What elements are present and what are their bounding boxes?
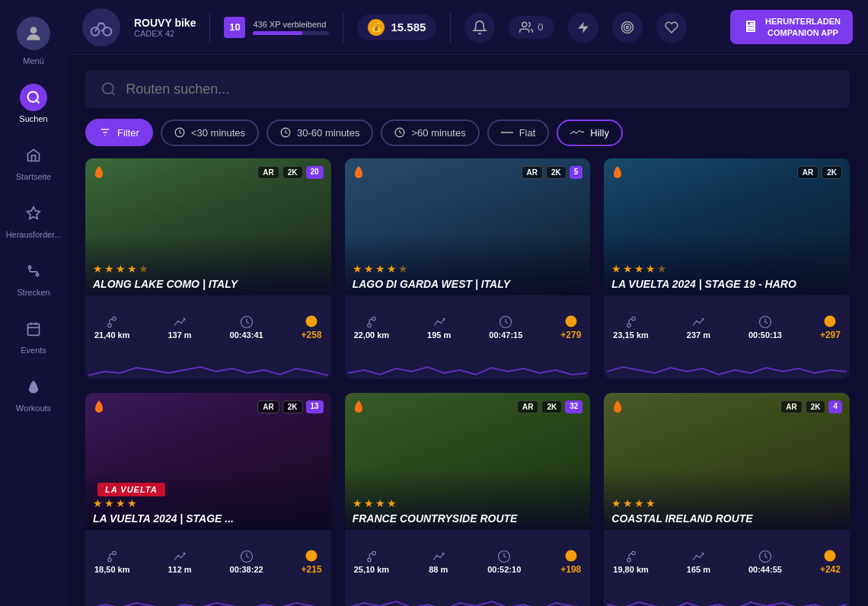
sidebar-item-herausforder[interactable]: Herausforder... xyxy=(0,190,67,248)
star: ★ xyxy=(646,497,656,509)
fire-badge xyxy=(93,166,105,181)
svg-point-15 xyxy=(624,24,630,30)
stat-distance-value: 25,10 km xyxy=(354,565,389,574)
card-wave xyxy=(345,591,591,606)
card-title-area: ★★★★ LA VUELTA 2024 | STAGE ... xyxy=(85,491,331,530)
svg-marker-13 xyxy=(578,21,589,33)
stat-xp: +279 xyxy=(560,314,581,340)
sidebar-item-suchen[interactable]: Suchen xyxy=(0,75,67,132)
card-badge: 20 xyxy=(306,166,324,179)
route-card[interactable]: AR2K13 LA VUELTA ★★★★ LA VUELTA 2024 | S… xyxy=(85,393,331,606)
sidebar-suchen-label: Suchen xyxy=(19,114,47,123)
stat-eta-value: 00:38:22 xyxy=(230,565,263,574)
star: ★ xyxy=(93,263,103,275)
sidebar-item-startseite[interactable]: Startseite xyxy=(0,132,67,190)
coins-section: 💰 15.585 xyxy=(357,14,436,40)
xp-text: 436 XP verbleibend xyxy=(253,20,329,29)
stat-elevation-value: 165 m xyxy=(687,565,710,574)
svg-point-41 xyxy=(306,550,318,562)
clock-icon-1 xyxy=(174,127,185,138)
star: ★ xyxy=(623,263,633,275)
sidebar-startseite-label: Startseite xyxy=(16,172,51,181)
filter-hilly-button[interactable]: Hilly xyxy=(557,120,623,146)
level-badge: 10 xyxy=(224,17,245,38)
stat-distance: 19,80 km xyxy=(613,550,648,574)
filter-lt30-label: <30 minutes xyxy=(191,127,245,139)
filter-lt30-button[interactable]: <30 minutes xyxy=(161,120,259,146)
sidebar-item-workouts[interactable]: Workouts xyxy=(0,364,67,422)
svg-point-4 xyxy=(28,266,30,268)
notification-button[interactable] xyxy=(464,12,495,43)
star: ★ xyxy=(623,497,633,509)
star: ★ xyxy=(364,263,374,275)
eta-icon xyxy=(240,550,254,563)
stat-distance-value: 21,40 km xyxy=(94,330,129,340)
route-card[interactable]: AR2K4 ★★★★ COASTAL IRELAND ROUTE 19,80 k… xyxy=(604,393,850,606)
clock-icon-3 xyxy=(394,127,405,138)
star: ★ xyxy=(611,497,621,509)
bike-info: ROUVY bike CADEX 42 xyxy=(134,17,196,38)
elevation-icon xyxy=(691,315,705,329)
card-badges: AR2K13 xyxy=(257,400,323,413)
svg-point-33 xyxy=(565,316,576,327)
filters-bar: Filter <30 minutes 30-60 minutes >60 min… xyxy=(67,119,868,158)
filter-3060-button[interactable]: 30-60 minutes xyxy=(266,120,373,146)
sidebar-item-menu[interactable]: Menü xyxy=(0,8,67,75)
card-stats: 22,00 km 195 m 00:47:15 +279 xyxy=(345,295,591,356)
xp-coin-icon xyxy=(305,549,318,563)
star: ★ xyxy=(127,263,137,275)
stat-xp-value: +215 xyxy=(302,564,322,575)
card-stats: 21,40 km 137 m 00:43:41 +258 xyxy=(85,295,331,356)
divider-3 xyxy=(450,12,451,43)
filter-gt60-button[interactable]: >60 minutes xyxy=(381,120,479,146)
coins-amount: 15.585 xyxy=(391,21,426,33)
svg-point-0 xyxy=(30,27,37,33)
card-badge: AR xyxy=(780,400,802,413)
stat-eta-value: 00:52:10 xyxy=(487,565,521,574)
stat-eta: 00:43:41 xyxy=(230,315,263,340)
elevation-icon xyxy=(173,550,187,563)
route-card[interactable]: AR2K32 ★★★★ FRANCE COUNTRYSIDE ROUTE 25,… xyxy=(345,393,591,606)
stat-distance: 22,00 km xyxy=(354,315,389,340)
route-card[interactable]: AR2K20 ★★★★★ ALONG LAKE COMO | ITALY 21,… xyxy=(85,158,331,379)
card-badge: 13 xyxy=(306,400,324,413)
xp-coin-icon xyxy=(564,549,578,563)
distance-icon xyxy=(624,550,638,563)
sidebar-item-events[interactable]: Events xyxy=(0,306,67,364)
svg-point-35 xyxy=(631,317,635,321)
lightning-button[interactable] xyxy=(568,12,598,43)
sidebar-item-strecken[interactable]: Strecken xyxy=(0,248,67,306)
target-button[interactable] xyxy=(612,12,643,43)
star: ★ xyxy=(364,497,374,509)
star: ★ xyxy=(353,263,362,275)
distance-icon xyxy=(105,315,119,329)
friends-button[interactable]: 0 xyxy=(509,16,554,39)
svg-point-34 xyxy=(627,324,630,327)
stat-eta: 00:38:22 xyxy=(230,550,263,574)
xp-bar xyxy=(253,31,329,35)
download-companion-button[interactable]: 🖥 HERUNTERLADEN COMPANION APP xyxy=(730,10,853,44)
search-input[interactable] xyxy=(126,81,834,97)
heart-button[interactable] xyxy=(656,12,687,43)
svg-point-47 xyxy=(631,551,635,555)
filter-button[interactable]: Filter xyxy=(85,119,153,146)
fire-badge xyxy=(353,400,365,416)
route-card[interactable]: AR2K5 ★★★★★ LAGO DI GARDA WEST | ITALY 2… xyxy=(345,158,591,379)
xp-coin-icon xyxy=(305,314,318,328)
topbar: ROUVY bike CADEX 42 10 436 XP verbleiben… xyxy=(67,0,868,55)
stat-eta: 00:47:15 xyxy=(489,315,522,340)
eta-icon xyxy=(758,315,772,329)
xp-coin-icon xyxy=(564,314,578,328)
wave-svg xyxy=(607,591,847,606)
svg-point-12 xyxy=(522,22,527,27)
svg-point-5 xyxy=(36,273,38,276)
sidebar-strecken-label: Strecken xyxy=(17,288,49,297)
card-stars: ★★★★ xyxy=(611,497,842,509)
fire-badge xyxy=(611,166,624,181)
svg-point-30 xyxy=(368,324,372,327)
filter-flat-button[interactable]: Flat xyxy=(487,120,550,146)
card-title: COASTAL IRELAND ROUTE xyxy=(611,512,842,525)
card-image: AR2K20 ★★★★★ ALONG LAKE COMO | ITALY xyxy=(85,158,331,295)
card-badge: AR xyxy=(522,166,543,179)
route-card[interactable]: AR2K ★★★★★ LA VUELTA 2024 | STAGE 19 - H… xyxy=(604,158,850,379)
